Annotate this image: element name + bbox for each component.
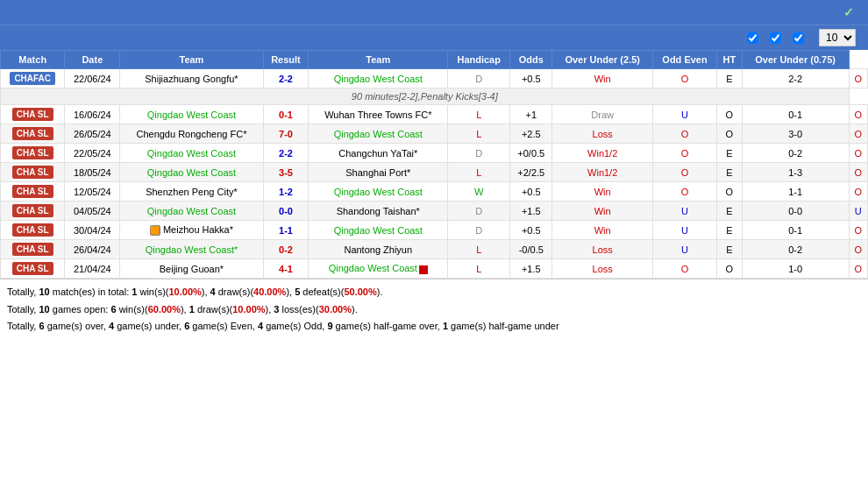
match-outcome: D bbox=[448, 221, 510, 240]
col-team2: Team bbox=[309, 51, 448, 69]
handicap: +1.5 bbox=[510, 259, 552, 279]
over-under-25: O bbox=[652, 144, 716, 163]
over-under-25: U bbox=[652, 240, 716, 259]
match-outcome: L bbox=[448, 163, 510, 182]
match-outcome: W bbox=[448, 182, 510, 202]
team1: Shenzhen Peng City* bbox=[120, 182, 263, 202]
team2: Qingdao West Coast bbox=[309, 69, 448, 88]
team1: Shijiazhuang Gongfu* bbox=[120, 69, 263, 88]
col-ou25: Over Under (2.5) bbox=[552, 51, 653, 69]
odds-result: Loss bbox=[552, 240, 653, 259]
team1: Qingdao West Coast* bbox=[120, 240, 263, 259]
filter-chasl bbox=[770, 32, 784, 44]
match-badge: CHA SL bbox=[1, 124, 65, 144]
handicap: +0.5 bbox=[510, 69, 552, 88]
over-under-075: O bbox=[849, 69, 867, 88]
scores-table: Match Date Team Result Team Handicap Odd… bbox=[0, 50, 868, 279]
summary-line3: Totally, 6 game(s) over, 4 game(s) under… bbox=[7, 319, 861, 335]
over-under-25: U bbox=[652, 105, 716, 124]
over-under-25: O bbox=[652, 124, 716, 144]
badge-label: CHAFAC bbox=[10, 72, 55, 85]
match-result: 2-2 bbox=[263, 144, 309, 163]
odd-even: E bbox=[717, 163, 743, 182]
half-time: 0-1 bbox=[742, 221, 849, 240]
half-time: 0-0 bbox=[742, 202, 849, 221]
half-time: 3-0 bbox=[742, 124, 849, 144]
over-under-25: O bbox=[652, 69, 716, 88]
match-date: 26/04/24 bbox=[65, 240, 120, 259]
over-under-075: U bbox=[849, 202, 867, 221]
handicap: +0.5 bbox=[510, 221, 552, 240]
badge-label: CHA SL bbox=[12, 108, 53, 121]
match-result: 4-1 bbox=[263, 259, 309, 279]
col-match: Match bbox=[1, 51, 65, 69]
team2: Qingdao West Coast bbox=[309, 182, 448, 202]
games-select[interactable]: 10 5 15 20 All bbox=[819, 29, 856, 46]
chafac-checkbox[interactable] bbox=[747, 32, 758, 44]
handicap: +2/2.5 bbox=[510, 163, 552, 182]
badge-label: CHA SL bbox=[12, 146, 53, 159]
filter-chafac bbox=[747, 32, 761, 44]
match-outcome: L bbox=[448, 105, 510, 124]
display-notes-checkmark: ✓ bbox=[843, 5, 854, 19]
team2: Qingdao West Coast bbox=[309, 221, 448, 240]
col-handicap: Handicap bbox=[448, 51, 510, 69]
match-result: 2-2 bbox=[263, 69, 309, 88]
match-date: 18/05/24 bbox=[65, 163, 120, 182]
team2: Shandong Taishan* bbox=[309, 202, 448, 221]
odds-result: Win bbox=[552, 69, 653, 88]
col-odds: Odds bbox=[510, 51, 552, 69]
over-under-075: O bbox=[849, 163, 867, 182]
match-badge: CHA SL bbox=[1, 259, 65, 279]
match-badge: CHA SL bbox=[1, 105, 65, 124]
over-under-075: O bbox=[849, 221, 867, 240]
half-time: 0-2 bbox=[742, 144, 849, 163]
match-result: 0-0 bbox=[263, 202, 309, 221]
over-under-25: O bbox=[652, 163, 716, 182]
match-date: 30/04/24 bbox=[65, 221, 120, 240]
col-result: Result bbox=[263, 51, 309, 69]
match-outcome: L bbox=[448, 124, 510, 144]
over-under-25: O bbox=[652, 259, 716, 279]
col-ou075: Over Under (0.75) bbox=[742, 51, 849, 69]
chad1-checkbox[interactable] bbox=[793, 32, 804, 44]
match-badge: CHA SL bbox=[1, 221, 65, 240]
handicap: +1 bbox=[510, 105, 552, 124]
filter-chad1 bbox=[793, 32, 807, 44]
col-team1: Team bbox=[120, 51, 263, 69]
match-badge: CHA SL bbox=[1, 144, 65, 163]
note-row-cell: 90 minutes[2-2],Penalty Kicks[3-4] bbox=[1, 88, 850, 105]
match-result: 3-5 bbox=[263, 163, 309, 182]
match-date: 12/05/24 bbox=[65, 182, 120, 202]
match-outcome: D bbox=[448, 69, 510, 88]
over-under-075: O bbox=[849, 240, 867, 259]
odds-result: Loss bbox=[552, 124, 653, 144]
over-under-075: O bbox=[849, 259, 867, 279]
odd-even: O bbox=[717, 259, 743, 279]
badge-label: CHA SL bbox=[12, 243, 53, 256]
badge-label: CHA SL bbox=[12, 223, 53, 237]
match-badge: CHA SL bbox=[1, 240, 65, 259]
match-badge: CHA SL bbox=[1, 202, 65, 221]
filter-bar: 10 5 15 20 All bbox=[0, 25, 868, 50]
team1: Qingdao West Coast bbox=[120, 202, 263, 221]
match-badge: CHAFAC bbox=[1, 69, 65, 88]
match-date: 22/05/24 bbox=[65, 144, 120, 163]
match-badge: CHA SL bbox=[1, 182, 65, 202]
odd-even: E bbox=[717, 69, 743, 88]
match-outcome: D bbox=[448, 144, 510, 163]
odd-even: E bbox=[717, 240, 743, 259]
team2: Changchun YaTai* bbox=[309, 144, 448, 163]
over-under-075: O bbox=[849, 182, 867, 202]
col-oe: Odd Even bbox=[652, 51, 716, 69]
chasl-checkbox[interactable] bbox=[770, 32, 781, 44]
badge-label: CHA SL bbox=[12, 166, 53, 179]
half-time: 2-2 bbox=[742, 69, 849, 88]
team1: 🟧 Meizhou Hakka* bbox=[120, 221, 263, 240]
team1: Beijing Guoan* bbox=[120, 259, 263, 279]
half-time: 1-3 bbox=[742, 163, 849, 182]
match-result: 1-2 bbox=[263, 182, 309, 202]
over-under-075: O bbox=[849, 105, 867, 124]
odds-result: Win bbox=[552, 182, 653, 202]
odd-even: O bbox=[717, 182, 743, 202]
